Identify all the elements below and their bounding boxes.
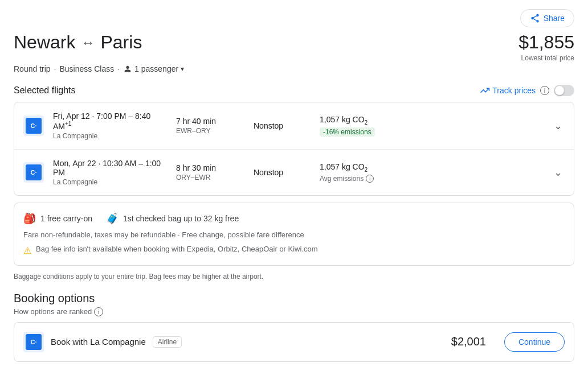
ranking-label: How options are ranked — [14, 307, 92, 316]
ranking-info: How options are ranked i — [14, 307, 574, 316]
share-icon — [530, 13, 540, 23]
emissions-badge-outbound: -16% emissions — [320, 127, 375, 137]
destination-city: Paris — [100, 32, 142, 53]
flight-info-outbound: Fri, Apr 12 · 7:00 PM – 8:40 AM+1 La Com… — [53, 112, 167, 140]
origin-city: Newark — [14, 32, 75, 53]
route-code-return: ORY–EWR — [176, 174, 244, 182]
fare-info: Fare non-refundable, taxes may be refund… — [23, 230, 565, 239]
total-price: $1,855 — [518, 32, 574, 53]
booking-airline-logo: C· — [23, 332, 44, 352]
route-code-outbound: EWR–ORY — [176, 127, 244, 135]
booking-card: C· Book with La Compagnie Airline $2,001… — [14, 322, 574, 362]
warning-icon: ⚠ — [23, 245, 31, 256]
flight-times-outbound: Fri, Apr 12 · 7:00 PM – 8:40 AM+1 — [53, 112, 167, 131]
expand-outbound[interactable]: ⌄ — [552, 117, 565, 134]
track-prices-link[interactable]: Track prices — [480, 85, 536, 96]
airline-logo-outbound: C· — [23, 116, 44, 136]
flight-duration-outbound: 7 hr 40 min EWR–ORY — [176, 117, 244, 135]
flight-stops-outbound: Nonstop — [254, 121, 311, 130]
route-price-row: Newark ↔ Paris $1,855 Lowest total price — [14, 32, 574, 62]
price-block: $1,855 Lowest total price — [518, 32, 574, 62]
track-icon — [480, 85, 490, 96]
dropdown-arrow: ▾ — [181, 65, 184, 73]
selected-flights-header: Selected flights Track prices i — [14, 85, 574, 96]
dot2: · — [117, 64, 120, 73]
dot1: · — [54, 64, 56, 73]
share-label: Share — [544, 14, 565, 23]
flight-stops-return: Nonstop — [254, 168, 311, 177]
baggage-card: 🎒 1 free carry-on 🧳 1st checked bag up t… — [14, 203, 574, 266]
warning-text: Bag fee info isn't available when bookin… — [36, 245, 318, 253]
airline-logo-return: C· — [23, 162, 44, 183]
flight-emissions-outbound: 1,057 kg CO2 -16% emissions — [320, 115, 542, 137]
track-prices-label: Track prices — [492, 86, 536, 95]
route-title: Newark ↔ Paris — [14, 32, 142, 53]
stops-value-outbound: Nonstop — [254, 121, 311, 130]
flight-times-return: Mon, Apr 22 · 10:30 AM – 1:00 PM — [53, 159, 167, 177]
airline-name-outbound: La Compagnie — [53, 132, 167, 140]
track-prices-toggle[interactable] — [554, 85, 574, 96]
route-arrow: ↔ — [81, 35, 95, 51]
flight-duration-return: 8 hr 30 min ORY–EWR — [176, 163, 244, 182]
flight-emissions-return: 1,057 kg CO2 Avg emissions i — [320, 162, 542, 183]
booking-options-title: Booking options — [14, 292, 574, 305]
carry-on-icon: 🎒 — [23, 212, 36, 225]
airline-tag: Airline — [153, 336, 182, 348]
next-day-badge-outbound: +1 — [65, 121, 71, 127]
flight-row-outbound: C· Fri, Apr 12 · 7:00 PM – 8:40 AM+1 La … — [14, 102, 574, 150]
carry-on-item: 🎒 1 free carry-on — [23, 212, 92, 225]
lowest-price-label: Lowest total price — [518, 54, 574, 62]
flight-info-return: Mon, Apr 22 · 10:30 AM – 1:00 PM La Comp… — [53, 159, 167, 186]
passenger-count: 1 passenger — [134, 64, 178, 73]
carry-on-label: 1 free carry-on — [40, 214, 92, 223]
booking-info: C· Book with La Compagnie Airline — [23, 332, 442, 352]
emissions-info-icon[interactable]: i — [366, 175, 374, 183]
ranking-info-icon[interactable]: i — [94, 307, 103, 316]
continue-button[interactable]: Continue — [504, 332, 565, 352]
passenger-selector[interactable]: 1 passenger ▾ — [123, 64, 184, 73]
flight-row-return: C· Mon, Apr 22 · 10:30 AM – 1:00 PM La C… — [14, 150, 574, 195]
track-prices-info-icon[interactable]: i — [540, 86, 549, 95]
trip-type: Round trip — [14, 64, 51, 73]
emissions-avg-return: Avg emissions i — [320, 175, 542, 183]
baggage-conditions: Baggage conditions apply to your entire … — [14, 273, 574, 281]
airline-name-return: La Compagnie — [53, 178, 167, 186]
passenger-icon — [123, 64, 132, 73]
booking-price: $2,001 — [451, 335, 486, 348]
cabin-class: Business Class — [59, 64, 114, 73]
stops-value-return: Nonstop — [254, 168, 311, 177]
warning-row: ⚠ Bag fee info isn't available when book… — [23, 245, 565, 256]
emissions-value-outbound: 1,057 kg CO2 — [320, 115, 542, 126]
trip-meta: Round trip · Business Class · 1 passenge… — [14, 64, 574, 73]
flight-date-return: Mon, Apr 22 — [53, 159, 96, 168]
flight-date-outbound: Fri, Apr 12 — [53, 112, 90, 121]
duration-value-outbound: 7 hr 40 min — [176, 117, 244, 126]
selected-flights-title: Selected flights — [14, 85, 76, 96]
booking-airline-name: Book with La Compagnie — [51, 337, 146, 347]
top-bar: Share — [14, 9, 574, 27]
baggage-icons-row: 🎒 1 free carry-on 🧳 1st checked bag up t… — [23, 212, 565, 225]
checked-bag-icon: 🧳 — [106, 212, 119, 225]
share-button[interactable]: Share — [520, 9, 574, 27]
expand-return[interactable]: ⌄ — [552, 164, 565, 181]
duration-value-return: 8 hr 30 min — [176, 163, 244, 172]
emissions-value-return: 1,057 kg CO2 — [320, 162, 542, 173]
track-prices-row: Track prices i — [480, 85, 574, 96]
checked-bag-item: 🧳 1st checked bag up to 32 kg free — [106, 212, 239, 225]
checked-bag-label: 1st checked bag up to 32 kg free — [123, 214, 239, 223]
flights-container: C· Fri, Apr 12 · 7:00 PM – 8:40 AM+1 La … — [14, 102, 574, 196]
